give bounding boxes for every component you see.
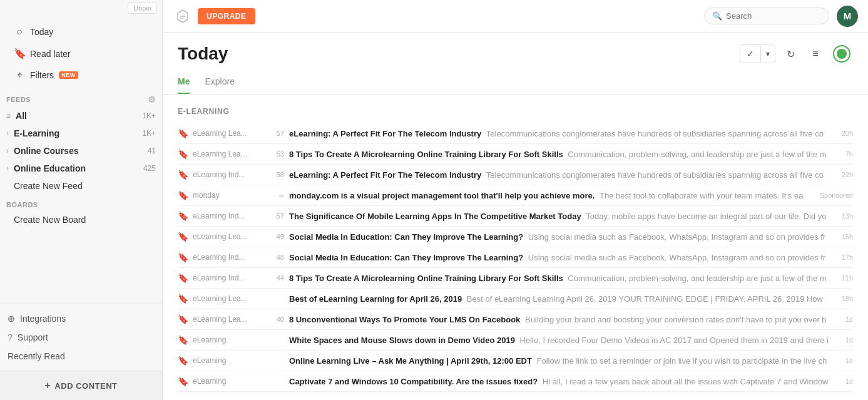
- content-header: Today ✓ ▾ ↻ ≡: [163, 33, 868, 65]
- article-time: 13h: [835, 212, 853, 220]
- article-row[interactable]: 🔖 eLearning Online Learning Live – Ask M…: [178, 351, 853, 371]
- source-name: eLearning Ind...: [193, 212, 262, 220]
- expand-icon-online-courses: ›: [6, 146, 9, 155]
- source-name: eLearning: [193, 356, 262, 365]
- search-input[interactable]: [726, 11, 814, 21]
- expand-icon-all: ≡: [6, 111, 11, 120]
- add-content-label: ADD CONTENT: [54, 381, 117, 391]
- refresh-button[interactable]: ↻: [780, 44, 800, 64]
- upgrade-button[interactable]: UPGRADE: [198, 8, 255, 24]
- support-item[interactable]: ? Support: [0, 328, 162, 347]
- gear-icon[interactable]: ⚙: [148, 95, 156, 105]
- article-row[interactable]: 🔖 eLearning Lea... 53 8 Tips To Create A…: [178, 144, 853, 165]
- expand-icon-online-education: ›: [6, 164, 9, 173]
- feed-item-all[interactable]: ≡ All 1K+: [0, 107, 162, 125]
- source-name: eLearning: [193, 377, 262, 386]
- article-row[interactable]: 🔖 eLearning Ind... 48 Social Media In Ed…: [178, 247, 853, 268]
- article-time: 1d: [835, 315, 853, 323]
- integrations-icon: ⊕: [8, 314, 15, 324]
- feed-item-create-new-feed[interactable]: › Create New Feed: [0, 177, 162, 195]
- article-row[interactable]: 🔖 eLearning Ind... 58 eLearning: A Perfe…: [178, 165, 853, 185]
- article-row[interactable]: 🔖 eLearning Ind... 57 The Significance O…: [178, 206, 853, 227]
- bookmark-icon[interactable]: 🔖: [178, 356, 188, 366]
- feed-item-e-learning[interactable]: › E-Learning 1K+: [0, 125, 162, 142]
- article-snippet: Today, mobile apps have become an integr…: [586, 212, 830, 221]
- source-name: monday: [193, 191, 262, 200]
- article-title-area: The Significance Of Mobile Learning Apps…: [289, 212, 830, 221]
- checkmark-icon[interactable]: ✓: [740, 45, 761, 63]
- bookmark-icon[interactable]: 🔖: [178, 335, 188, 345]
- feed-item-online-education[interactable]: › Online Education 425: [0, 160, 162, 177]
- bookmark-icon[interactable]: 🔖: [178, 273, 188, 283]
- sidebar-item-today[interactable]: ○ Today: [8, 21, 155, 43]
- content-area: Today ✓ ▾ ↻ ≡ Me Explore E-LE: [163, 33, 868, 400]
- article-title: 8 Unconventional Ways To Promote Your LM…: [289, 315, 523, 324]
- tab-explore[interactable]: Explore: [205, 70, 234, 94]
- bookmark-icon[interactable]: 🔖: [178, 376, 188, 386]
- bookmark-icon[interactable]: 🔖: [178, 149, 188, 159]
- menu-button[interactable]: ≡: [805, 44, 825, 64]
- article-row[interactable]: 🔖 monday ∞ monday.com is a visual projec…: [178, 185, 853, 206]
- unpin-button[interactable]: Unpin: [128, 3, 157, 14]
- recently-read-label: Recently Read: [8, 351, 65, 361]
- avatar[interactable]: M: [837, 6, 858, 27]
- source-name: eLearning Ind...: [193, 274, 262, 282]
- feed-online-courses-count: 41: [148, 146, 156, 155]
- article-title: eLearning: A Perfect Fit For The Telecom…: [289, 170, 484, 180]
- article-row[interactable]: 🔖 eLearning Lea... Best of eLearning Lea…: [178, 289, 853, 309]
- mark-read-button[interactable]: ✓ ▾: [740, 44, 775, 63]
- bookmark-icon[interactable]: 🔖: [178, 211, 188, 221]
- search-box[interactable]: 🔍: [704, 8, 829, 24]
- article-title: Best of eLearning Learning for April 26,…: [289, 294, 464, 304]
- article-title: Online Learning Live – Ask Me Anything |…: [289, 356, 534, 366]
- article-row[interactable]: 🔖 eLearning Ind... 44 8 Tips To Create A…: [178, 268, 853, 289]
- sponsored-label: Sponsored: [815, 192, 853, 199]
- article-count: 57: [267, 130, 284, 137]
- article-title-area: Social Media In Education: Can They Impr…: [289, 232, 830, 242]
- bookmark-icon[interactable]: 🔖: [178, 190, 188, 200]
- source-name: eLearning Lea...: [193, 294, 262, 303]
- sidebar-item-filters[interactable]: ⌖ Filters NEW: [8, 64, 155, 86]
- bookmark-icon[interactable]: 🔖: [178, 252, 188, 262]
- article-title: Social Media In Education: Can They Impr…: [289, 253, 526, 262]
- source-name: eLearning Lea...: [193, 315, 262, 324]
- tab-me[interactable]: Me: [178, 70, 190, 94]
- source-name: eLearning: [193, 336, 262, 344]
- article-time: 7h: [835, 150, 853, 158]
- article-snippet: Communication, problem-solving, and lead…: [568, 274, 830, 283]
- support-icon: ?: [8, 332, 13, 342]
- article-count: 48: [267, 254, 284, 261]
- board-item-create-new[interactable]: › Create New Board: [0, 211, 162, 228]
- bookmark-icon[interactable]: 🔖: [178, 294, 188, 304]
- article-time: 18h: [835, 295, 853, 302]
- integrations-item[interactable]: ⊕ Integrations: [0, 309, 162, 328]
- feed-item-online-courses[interactable]: › Online Courses 41: [0, 142, 162, 160]
- bookmark-icon[interactable]: 🔖: [178, 128, 188, 138]
- article-row[interactable]: 🔖 eLearning Lea... 40 8 Unconventional W…: [178, 309, 853, 330]
- article-title-area: eLearning: A Perfect Fit For The Telecom…: [289, 129, 830, 138]
- article-snippet: Using social media such as Facebook, Wha…: [528, 253, 830, 262]
- recently-read-item[interactable]: Recently Read: [0, 347, 162, 366]
- bookmark-icon[interactable]: 🔖: [178, 314, 188, 324]
- article-count: ∞: [267, 192, 284, 199]
- sidebar-item-read-later[interactable]: 🔖 Read later: [8, 43, 155, 64]
- feeds-section-label: FEEDS ⚙: [0, 88, 162, 107]
- article-count: 44: [267, 274, 284, 282]
- article-time: 1d: [835, 357, 853, 364]
- article-row[interactable]: 🔖 eLearning Captivate 7 and Windows 10 C…: [178, 371, 853, 392]
- topbar: UPGRADE 🔍 M: [163, 0, 868, 33]
- article-snippet: Best of eLearning Learning April 26, 201…: [467, 294, 830, 304]
- article-row[interactable]: 🔖 eLearning White Spaces and Mouse Slows…: [178, 330, 853, 351]
- article-row[interactable]: 🔖 eLearning Lea... 49 Social Media In Ed…: [178, 227, 853, 247]
- feed-section: E-LEARNING 🔖 eLearning Lea... 57 eLearni…: [163, 95, 868, 399]
- article-count: 53: [267, 150, 284, 158]
- add-content-button[interactable]: + ADD CONTENT: [0, 371, 162, 400]
- bookmark-icon[interactable]: 🔖: [178, 170, 188, 180]
- chevron-down-icon[interactable]: ▾: [761, 46, 775, 62]
- new-badge: NEW: [59, 71, 78, 79]
- article-row[interactable]: 🔖 eLearning Lea... 57 eLearning: A Perfe…: [178, 123, 853, 144]
- article-time: 22h: [835, 171, 853, 178]
- article-time: 16h: [835, 233, 853, 240]
- bookmark-icon[interactable]: 🔖: [178, 232, 188, 242]
- article-time: 1d: [835, 336, 853, 344]
